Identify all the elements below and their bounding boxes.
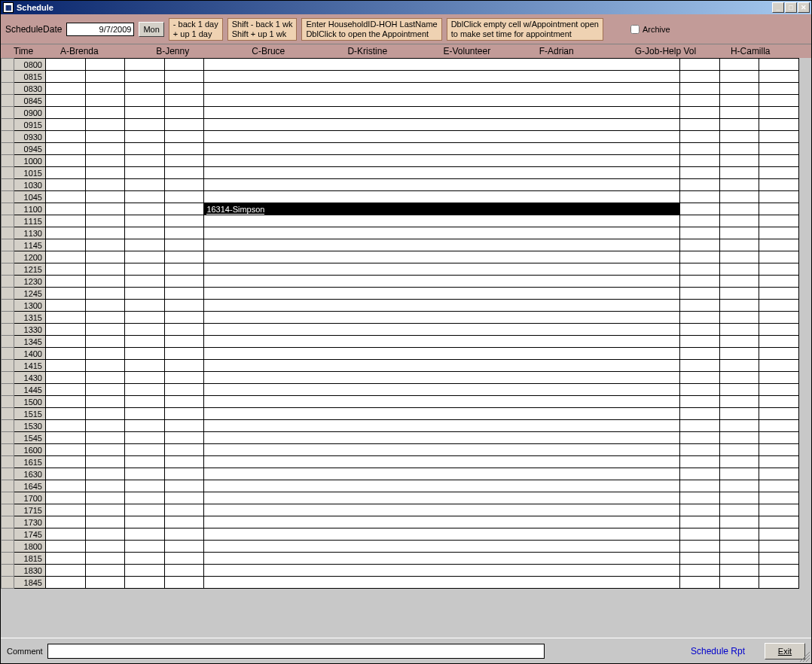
schedule-cell[interactable] — [204, 528, 680, 541]
schedule-cell[interactable] — [46, 167, 86, 179]
schedule-cell[interactable] — [125, 107, 165, 119]
schedule-cell[interactable] — [164, 360, 204, 372]
schedule-cell[interactable] — [46, 179, 86, 191]
schedule-cell[interactable] — [204, 107, 680, 119]
schedule-cell[interactable] — [759, 215, 799, 227]
schedule-report-link[interactable]: Schedule Rpt — [691, 646, 760, 656]
schedule-cell[interactable] — [46, 336, 86, 348]
schedule-cell[interactable] — [680, 107, 720, 119]
schedule-cell[interactable] — [125, 251, 165, 263]
schedule-cell[interactable] — [164, 107, 204, 119]
schedule-cell[interactable] — [164, 372, 204, 384]
schedule-cell[interactable] — [719, 227, 759, 239]
schedule-cell[interactable] — [204, 372, 680, 384]
schedule-cell[interactable] — [759, 468, 799, 480]
schedule-cell[interactable] — [204, 577, 680, 589]
schedule-cell[interactable] — [719, 239, 759, 251]
schedule-cell[interactable] — [204, 59, 680, 71]
schedule-cell[interactable] — [204, 541, 680, 553]
schedule-cell[interactable] — [719, 263, 759, 276]
schedule-cell[interactable] — [759, 71, 799, 83]
schedule-cell[interactable] — [46, 239, 86, 251]
schedule-cell[interactable] — [680, 565, 720, 577]
schedule-cell[interactable] — [719, 95, 759, 107]
schedule-cell[interactable] — [125, 336, 165, 348]
schedule-cell[interactable] — [719, 577, 759, 589]
row-selector[interactable] — [2, 263, 14, 276]
schedule-cell[interactable] — [46, 263, 86, 276]
schedule-cell[interactable] — [125, 360, 165, 372]
schedule-cell[interactable] — [204, 83, 680, 95]
schedule-cell[interactable] — [46, 107, 86, 119]
schedule-cell[interactable] — [125, 480, 165, 492]
row-selector[interactable] — [2, 444, 14, 456]
schedule-cell[interactable] — [719, 372, 759, 384]
schedule-cell[interactable] — [759, 239, 799, 251]
schedule-cell[interactable] — [680, 408, 720, 420]
schedule-cell[interactable] — [85, 71, 125, 83]
schedule-cell[interactable] — [680, 143, 720, 155]
schedule-cell[interactable] — [46, 83, 86, 95]
schedule-cell[interactable] — [759, 288, 799, 300]
schedule-cell[interactable] — [204, 456, 680, 468]
schedule-cell[interactable] — [759, 227, 799, 239]
schedule-cell[interactable] — [164, 239, 204, 251]
schedule-cell[interactable] — [85, 131, 125, 143]
schedule-cell[interactable] — [759, 263, 799, 276]
schedule-cell[interactable] — [204, 239, 680, 251]
schedule-cell[interactable] — [125, 155, 165, 167]
schedule-cell[interactable] — [759, 179, 799, 191]
schedule-cell[interactable] — [680, 119, 720, 131]
schedule-cell[interactable] — [125, 215, 165, 227]
schedule-cell[interactable] — [46, 71, 86, 83]
schedule-cell[interactable] — [719, 336, 759, 348]
schedule-cell[interactable] — [164, 384, 204, 396]
schedule-cell[interactable] — [204, 179, 680, 191]
schedule-cell[interactable] — [759, 396, 799, 408]
schedule-cell[interactable] — [680, 203, 720, 215]
row-selector[interactable] — [2, 239, 14, 251]
schedule-cell[interactable] — [85, 119, 125, 131]
schedule-cell[interactable] — [680, 191, 720, 203]
schedule-cell[interactable] — [164, 300, 204, 312]
schedule-cell[interactable] — [759, 59, 799, 71]
schedule-cell[interactable] — [85, 300, 125, 312]
row-selector[interactable] — [2, 276, 14, 288]
schedule-cell[interactable] — [125, 420, 165, 432]
schedule-cell[interactable] — [85, 227, 125, 239]
schedule-cell[interactable] — [204, 504, 680, 516]
schedule-cell[interactable] — [719, 408, 759, 420]
row-selector[interactable] — [2, 179, 14, 191]
schedule-cell[interactable] — [164, 420, 204, 432]
schedule-cell[interactable] — [680, 360, 720, 372]
schedule-cell[interactable] — [85, 155, 125, 167]
schedule-cell[interactable] — [719, 59, 759, 71]
schedule-cell[interactable] — [85, 408, 125, 420]
schedule-cell[interactable] — [164, 444, 204, 456]
schedule-cell[interactable] — [164, 432, 204, 444]
schedule-cell[interactable] — [46, 59, 86, 71]
schedule-cell[interactable] — [680, 263, 720, 276]
row-selector[interactable] — [2, 408, 14, 420]
schedule-cell[interactable] — [125, 239, 165, 251]
schedule-cell[interactable] — [204, 360, 680, 372]
schedule-cell[interactable] — [46, 372, 86, 384]
schedule-cell[interactable] — [125, 203, 165, 215]
schedule-cell[interactable] — [164, 83, 204, 95]
schedule-cell[interactable] — [125, 516, 165, 528]
schedule-cell[interactable] — [164, 263, 204, 276]
schedule-cell[interactable] — [759, 577, 799, 589]
schedule-cell[interactable] — [164, 396, 204, 408]
schedule-cell[interactable] — [164, 276, 204, 288]
schedule-cell[interactable] — [46, 396, 86, 408]
row-selector[interactable] — [2, 191, 14, 203]
schedule-cell[interactable] — [46, 276, 86, 288]
schedule-cell[interactable] — [759, 83, 799, 95]
schedule-cell[interactable] — [719, 203, 759, 215]
schedule-cell[interactable] — [680, 239, 720, 251]
schedule-cell[interactable] — [680, 300, 720, 312]
row-selector[interactable] — [2, 360, 14, 372]
schedule-cell[interactable] — [719, 71, 759, 83]
schedule-cell[interactable] — [719, 155, 759, 167]
schedule-cell[interactable] — [680, 492, 720, 504]
